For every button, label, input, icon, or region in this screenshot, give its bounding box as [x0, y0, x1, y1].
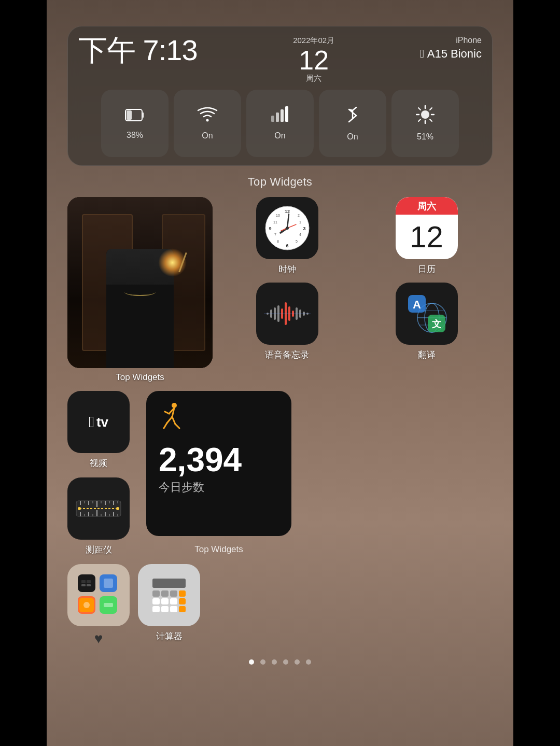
svg-rect-7 [285, 106, 288, 122]
page-dot-2[interactable] [260, 659, 265, 665]
svg-line-88 [164, 423, 167, 428]
svg-text:7: 7 [274, 233, 276, 236]
brightness-control[interactable]: 51% [391, 90, 459, 157]
svg-text:8: 8 [277, 240, 279, 243]
top-widgets-label: Top Widgets [248, 175, 312, 189]
steps-widget[interactable]: 2,394 今日步数 [146, 391, 291, 536]
svg-text:5: 5 [296, 240, 298, 243]
svg-rect-92 [81, 584, 86, 586]
svg-text:2: 2 [298, 214, 300, 217]
top-panel: 下午 7:13 2022年02月 12 周六 iPhone  A15 Bion… [67, 26, 493, 166]
svg-text:3: 3 [303, 226, 305, 231]
cellular-control[interactable]: On [246, 90, 314, 157]
apple-tv-app-icon[interactable]:  tv [67, 391, 130, 453]
chip-name: A15 Bionic [427, 47, 482, 61]
cellular-label: On [274, 131, 285, 140]
svg-text:12: 12 [284, 209, 289, 214]
svg-line-87 [175, 424, 179, 428]
bluetooth-control[interactable]: On [319, 90, 386, 157]
svg-rect-110 [152, 606, 160, 612]
bluetooth-label: On [347, 132, 358, 142]
svg-text:11: 11 [273, 220, 277, 224]
svg-text:10: 10 [276, 214, 280, 217]
svg-rect-111 [161, 606, 169, 612]
folder-mini-app-1 [78, 574, 95, 592]
svg-rect-113 [179, 606, 186, 612]
device-section: iPhone  A15 Bionic [420, 36, 482, 61]
measure-app-label: 测距仪 [86, 544, 112, 556]
calendar-day: 12 [410, 222, 443, 252]
page-dot-3[interactable] [272, 659, 277, 665]
main-content: 下午 7:13 2022年02月 12 周六 iPhone  A15 Bion… [47, 0, 513, 746]
measure-app-icon[interactable] [67, 477, 130, 540]
folder-app-item: ♥ [67, 564, 130, 647]
svg-rect-104 [170, 590, 177, 597]
calculator-app-label: 计算器 [156, 630, 183, 642]
svg-text:9: 9 [269, 226, 271, 231]
apps-area: Top Widgets 12 3 6 9 2 [67, 197, 493, 647]
svg-point-34 [286, 227, 289, 230]
svg-point-79 [78, 507, 81, 510]
apps-row-1: Top Widgets 12 3 6 9 2 [67, 197, 493, 383]
svg-text:4: 4 [299, 233, 301, 236]
svg-point-8 [421, 110, 429, 119]
date-month: 2022年02月 [293, 36, 334, 46]
steps-label: 今日步数 [159, 480, 279, 495]
photo-widget[interactable] [67, 197, 213, 368]
svg-rect-93 [87, 584, 91, 586]
controls-row: 38% On [78, 90, 482, 157]
folder-mini-app-4 [100, 596, 117, 614]
wifi-control[interactable]: On [174, 90, 241, 157]
calculator-app-item: 计算器 [138, 564, 200, 642]
apple-logo-icon:  [420, 47, 424, 61]
apple-tv-app-item:  tv 视频 [67, 391, 130, 469]
svg-rect-89 [79, 576, 94, 590]
brightness-icon [416, 105, 435, 128]
chip-info:  A15 Bionic [420, 47, 482, 61]
current-time: 下午 7:13 [78, 36, 198, 65]
bluetooth-icon [345, 105, 360, 128]
svg-text:文: 文 [432, 319, 441, 329]
clock-app-label: 时钟 [278, 263, 296, 275]
page-dots [249, 659, 311, 665]
steps-count: 2,394 [159, 443, 279, 476]
apple-tv-app-label: 视频 [90, 457, 107, 469]
svg-rect-91 [87, 580, 91, 583]
svg-rect-103 [161, 590, 169, 597]
heart-icon: ♥ [94, 630, 103, 647]
voice-memo-app-icon[interactable] [256, 283, 318, 345]
svg-line-83 [167, 417, 172, 423]
folder-app-icon[interactable] [67, 564, 130, 626]
right-sidebar [513, 0, 560, 746]
folder-inner [78, 574, 119, 616]
svg-rect-112 [170, 606, 177, 612]
clock-app-icon[interactable]: 12 3 6 9 2 1 4 5 10 11 7 8 [256, 197, 318, 259]
battery-control[interactable]: 38% [101, 90, 169, 157]
calculator-app-icon[interactable] [138, 564, 200, 626]
calendar-app-icon[interactable]: 周六 12 [396, 197, 458, 259]
svg-rect-1 [142, 112, 144, 118]
svg-point-97 [83, 602, 90, 608]
svg-rect-106 [152, 598, 160, 604]
svg-text:A: A [413, 298, 421, 311]
cellular-icon [270, 106, 290, 127]
battery-label: 38% [127, 131, 143, 140]
svg-line-14 [430, 119, 432, 121]
apps-row-2:  tv 视频 [67, 391, 493, 556]
svg-line-86 [165, 412, 169, 414]
page-dot-6[interactable] [306, 659, 311, 665]
svg-point-80 [116, 507, 119, 510]
svg-rect-108 [170, 598, 177, 604]
translate-app-icon[interactable]: A 文 [396, 283, 458, 345]
page-dot-5[interactable] [295, 659, 300, 665]
apps-2x2-grid: 12 3 6 9 2 1 4 5 10 11 7 8 [221, 197, 493, 361]
page-dot-4[interactable] [283, 659, 288, 665]
voice-memo-app-label: 语音备忘录 [265, 349, 309, 361]
time-section: 下午 7:13 [78, 36, 198, 65]
apple-tv-logo:  [89, 413, 94, 431]
calendar-header: 周六 [396, 197, 458, 215]
device-name: iPhone [456, 36, 482, 45]
page-dot-1[interactable] [249, 659, 254, 665]
apple-tv-text: tv [96, 414, 108, 430]
folder-mini-app-3 [78, 596, 95, 614]
